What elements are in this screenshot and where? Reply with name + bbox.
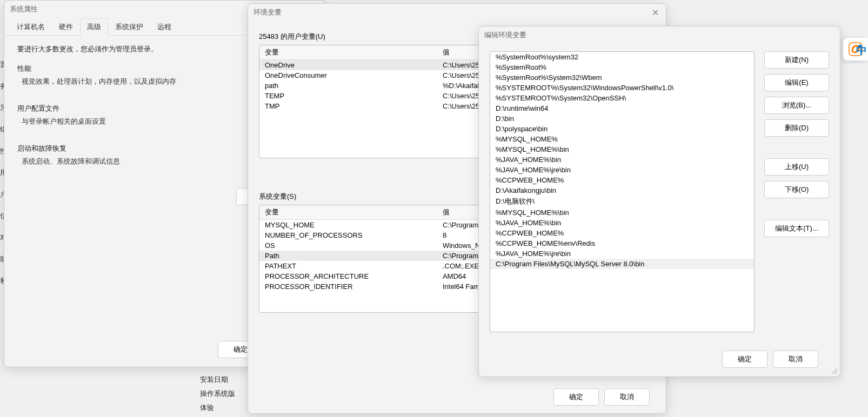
- path-item[interactable]: %JAVA_HOME%\bin: [490, 154, 754, 165]
- path-item[interactable]: %JAVA_HOME%\jre\bin: [490, 165, 754, 175]
- path-item[interactable]: %SYSTEMROOT%\System32\WindowsPowerShell\…: [490, 83, 754, 93]
- col-var-header[interactable]: 变量: [259, 45, 437, 60]
- path-item[interactable]: %CCPWEB_HOME%: [490, 228, 754, 238]
- path-item[interactable]: %SystemRoot%: [490, 62, 754, 72]
- path-item[interactable]: D:\电脑软件\: [490, 196, 754, 207]
- path-item[interactable]: %MYSQL_HOME%\bin: [490, 144, 754, 154]
- envvars-title: 环境变量: [253, 8, 282, 17]
- tab-3[interactable]: 系统保护: [108, 18, 150, 36]
- movedown-button[interactable]: 下移(O): [764, 181, 829, 198]
- ime-language-indicator: 中: [856, 43, 867, 58]
- tab-1[interactable]: 硬件: [52, 18, 80, 36]
- resize-grip-icon[interactable]: [830, 367, 838, 374]
- close-icon[interactable]: ✕: [650, 8, 660, 18]
- delete-button[interactable]: 删除(D): [764, 119, 829, 137]
- path-item[interactable]: %JAVA_HOME%\jre\bin: [490, 248, 754, 259]
- path-item[interactable]: %CCPWEB_HOME%env\Redis: [490, 238, 754, 248]
- editenv-side-buttons: 新建(N) 编辑(E) 浏览(B)... 删除(D) 上移(U) 下移(O) 编…: [764, 51, 829, 332]
- path-item[interactable]: %SystemRoot%\System32\Wbem: [490, 72, 754, 83]
- path-item[interactable]: D:\Akaifakongju\bin: [490, 185, 754, 196]
- path-item[interactable]: D:\bin: [490, 113, 754, 124]
- editenv-cancel-button[interactable]: 取消: [773, 351, 818, 368]
- editenv-ok-button[interactable]: 确定: [722, 351, 767, 368]
- edit-button[interactable]: 编辑(E): [764, 74, 829, 91]
- path-item[interactable]: D:\runtime\win64: [490, 103, 754, 113]
- path-item[interactable]: %JAVA_HOME%\bin: [490, 218, 754, 228]
- path-item[interactable]: %CCPWEB_HOME%: [490, 175, 754, 185]
- browse-button[interactable]: 浏览(B)...: [764, 97, 829, 114]
- tab-2[interactable]: 高级: [80, 18, 108, 36]
- new-button[interactable]: 新建(N): [764, 51, 829, 69]
- sysprops-title: 系统属性: [10, 4, 38, 14]
- path-item[interactable]: %MYSQL_HOME%\bin: [490, 207, 754, 218]
- svg-line-2: [836, 373, 837, 374]
- path-item[interactable]: %SYSTEMROOT%\System32\OpenSSH\: [490, 93, 754, 103]
- edit-env-dialog: 编辑环境变量 %SystemRoot%\system32%SystemRoot%…: [478, 26, 840, 377]
- moveup-button[interactable]: 上移(U): [764, 158, 829, 176]
- tab-4[interactable]: 远程: [150, 18, 178, 36]
- path-item[interactable]: %SystemRoot%\system32: [490, 52, 754, 62]
- envvars-cancel-button[interactable]: 取消: [604, 388, 650, 406]
- col-var-header-2[interactable]: 变量: [259, 205, 437, 220]
- envvars-ok-button[interactable]: 确定: [553, 388, 599, 406]
- path-list[interactable]: %SystemRoot%\system32%SystemRoot%%System…: [490, 51, 755, 332]
- path-item[interactable]: %MYSQL_HOME%: [490, 134, 754, 144]
- edittext-button[interactable]: 编辑文本(T)...: [764, 220, 829, 237]
- tab-0[interactable]: 计算机名: [10, 18, 52, 36]
- envvars-titlebar: 环境变量 ✕: [248, 4, 666, 21]
- editenv-titlebar: 编辑环境变量: [479, 26, 840, 44]
- editenv-title: 编辑环境变量: [484, 30, 526, 40]
- path-item[interactable]: D:\polyspace\bin: [490, 124, 754, 134]
- path-item[interactable]: C:\Program Files\MySQL\MySQL Server 8.0\…: [490, 259, 754, 269]
- background-labels: 安装日期 操作系统版 体验: [200, 373, 235, 415]
